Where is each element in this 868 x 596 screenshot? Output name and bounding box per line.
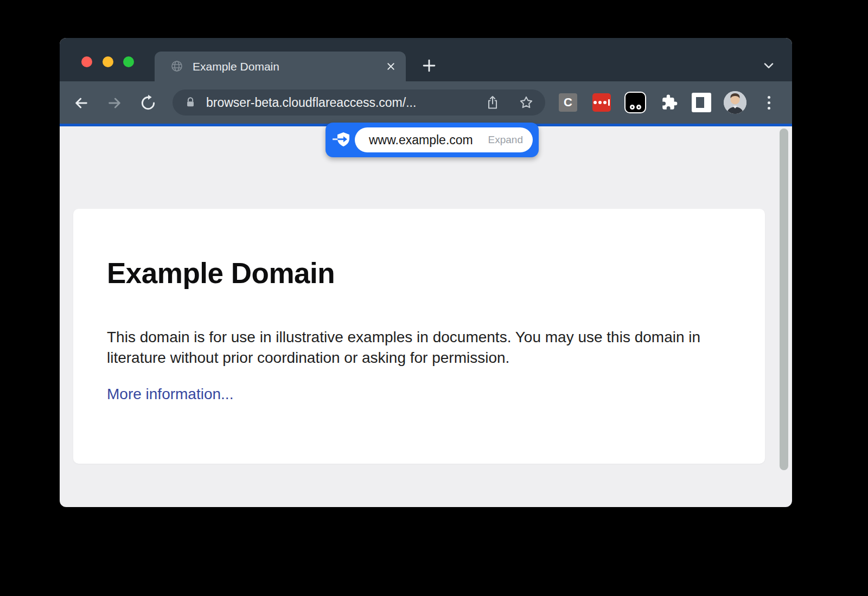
globe-favicon-icon xyxy=(170,60,183,73)
back-button[interactable] xyxy=(73,94,90,112)
browser-window: Example Domain xyxy=(60,38,792,507)
chevron-down-icon xyxy=(761,57,777,73)
dot-icon xyxy=(593,101,597,104)
lens-icon xyxy=(636,105,641,110)
tab-strip: Example Domain xyxy=(60,38,792,81)
profile-avatar-button[interactable] xyxy=(724,91,746,114)
reload-button[interactable] xyxy=(139,94,157,112)
cursor-bar-icon xyxy=(608,99,610,106)
window-zoom-button[interactable] xyxy=(123,56,134,67)
plus-icon xyxy=(420,56,438,75)
password-manager-extension-button[interactable] xyxy=(592,93,611,112)
scrollbar-thumb[interactable] xyxy=(780,129,788,470)
tab-title: Example Domain xyxy=(193,52,279,81)
page-paragraph: This domain is for use in illustrative e… xyxy=(107,327,736,368)
forward-arrow-icon xyxy=(106,94,123,112)
dot-icon xyxy=(603,101,607,104)
star-icon xyxy=(519,95,534,110)
page-heading: Example Domain xyxy=(107,257,335,290)
tab-close-button[interactable] xyxy=(385,61,397,72)
puzzle-piece-icon xyxy=(660,93,678,112)
avatar xyxy=(724,91,746,114)
isolated-host-text: www.example.com xyxy=(369,133,473,148)
side-panel-button[interactable] xyxy=(692,93,711,112)
bookmark-star-button[interactable] xyxy=(519,95,534,110)
url-text: browser-beta.cloudflareaccess.com/... xyxy=(206,89,416,116)
tab-example-domain[interactable]: Example Domain xyxy=(155,52,406,81)
kebab-menu-icon xyxy=(768,96,770,99)
c-extension-button[interactable]: C xyxy=(559,93,577,112)
more-information-link[interactable]: More information... xyxy=(107,386,233,403)
kebab-menu-icon xyxy=(768,101,770,104)
share-icon xyxy=(485,95,500,110)
goggles-extension-button[interactable] xyxy=(624,92,646,113)
browser-menu-button[interactable] xyxy=(763,93,775,112)
reload-icon xyxy=(139,94,157,112)
isolated-host-pill[interactable]: www.example.com Expand xyxy=(355,127,533,152)
share-button[interactable] xyxy=(485,95,500,110)
shield-arrow-icon xyxy=(333,132,351,148)
isolation-url-widget: www.example.com Expand xyxy=(326,123,539,157)
browser-toolbar: browser-beta.cloudflareaccess.com/... C xyxy=(60,81,792,124)
tab-search-chevron-button[interactable] xyxy=(761,57,777,73)
lens-icon xyxy=(630,105,635,110)
close-icon xyxy=(385,61,397,72)
kebab-menu-icon xyxy=(768,107,770,110)
side-panel-icon xyxy=(696,97,704,108)
extensions-menu-button[interactable] xyxy=(660,93,678,112)
forward-button[interactable] xyxy=(106,94,123,112)
back-arrow-icon xyxy=(73,94,90,112)
expand-button[interactable]: Expand xyxy=(488,134,523,146)
lock-icon[interactable] xyxy=(184,97,196,108)
address-bar[interactable]: browser-beta.cloudflareaccess.com/... xyxy=(173,89,545,116)
window-close-button[interactable] xyxy=(81,56,92,67)
dot-icon xyxy=(598,101,602,104)
content-card: Example Domain This domain is for use in… xyxy=(73,209,765,464)
new-tab-button[interactable] xyxy=(420,56,438,75)
window-minimize-button[interactable] xyxy=(103,56,113,67)
